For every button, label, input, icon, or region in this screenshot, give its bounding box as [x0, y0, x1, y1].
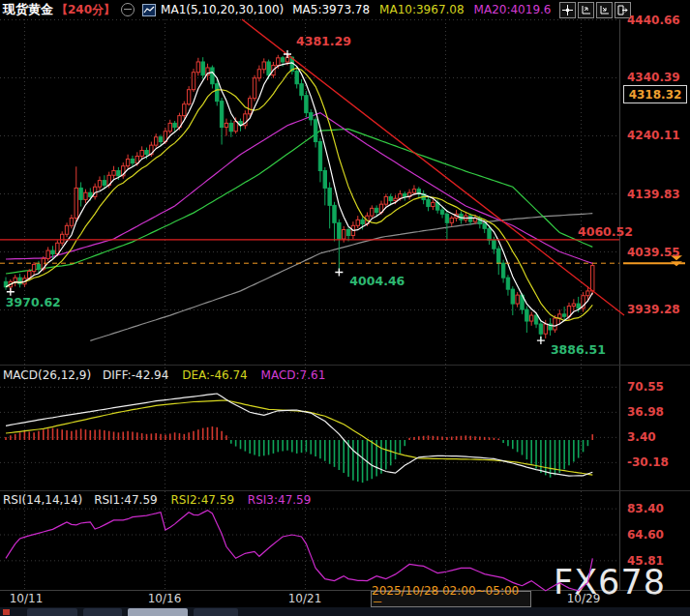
bottom-tab[interactable] — [27, 608, 77, 616]
ma20-value: MA20:4019.6 — [474, 3, 552, 16]
chart-toolbar — [559, 2, 631, 18]
bottom-tab-strip — [0, 607, 690, 616]
swing-price-label: 3886.51 — [551, 342, 606, 357]
swing-price-label: 4004.46 — [349, 274, 405, 288]
trading-chart-app: FX678 现货黄金 【240分】 MA1(5,10,20,30,100) MA… — [0, 0, 690, 616]
crosshair-tool-icon[interactable] — [559, 2, 576, 18]
macd-macd-value: MACD:7.61 — [261, 368, 326, 382]
rsi-axis-label: 83.40 — [627, 502, 664, 515]
macd-axis-label: 36.98 — [627, 405, 664, 419]
rsi3-value: RSI3:47.59 — [248, 493, 312, 507]
macd-axis-label: -30.18 — [627, 455, 669, 469]
swing-price-label: 3970.62 — [6, 295, 61, 309]
chart-canvas[interactable]: FX678 — [0, 0, 690, 616]
macd-header: MACD(26,12,9) DIFF:-42.94 DEA:-46.74 MAC… — [3, 368, 325, 382]
rsi2-value: RSI2:47.59 — [170, 493, 234, 507]
chart-type-icon[interactable] — [142, 4, 156, 16]
resistance-line-label: 4060.52 — [578, 224, 633, 239]
macd-axis-label: 3.40 — [627, 430, 656, 444]
axis-scale-left-icon[interactable] — [578, 2, 594, 18]
price-axis-label: 4340.39 — [627, 71, 680, 84]
macd-axis-label: 70.55 — [627, 380, 664, 394]
price-axis-label: 4139.83 — [627, 188, 680, 201]
bottom-tab-active[interactable] — [128, 608, 188, 616]
rsi-axis-label: 45.81 — [627, 554, 664, 568]
rsi-header: RSI(14,14,14) RSI1:47.59 RSI2:47.59 RSI3… — [3, 493, 311, 507]
ma10-value: MA10:3967.08 — [379, 3, 465, 16]
macd-name: MACD(26,12,9) — [3, 368, 91, 382]
collapse-icon[interactable] — [121, 3, 135, 16]
x-axis-label: 10/29 — [567, 592, 601, 605]
symbol-name: 现货黄金 — [3, 1, 53, 18]
rsi-name: RSI(14,14,14) — [3, 493, 82, 507]
axis-scale-right-icon[interactable] — [596, 2, 613, 18]
ma-settings-label: MA1(5,10,20,30,100) — [161, 3, 284, 16]
rsi1-value: RSI1:47.59 — [94, 493, 158, 507]
macd-dea-value: DEA:-46.74 — [182, 368, 248, 382]
swing-price-label: 4381.29 — [296, 34, 351, 48]
timeframe-label[interactable]: 【240分】 — [56, 2, 115, 18]
x-axis-label: 10/16 — [148, 592, 182, 605]
price-axis-label: 4440.66 — [627, 14, 680, 27]
status-led — [3, 609, 10, 615]
x-axis-label: 10/21 — [288, 592, 322, 605]
rsi-axis-label: 64.60 — [627, 528, 664, 542]
ma5-value: MA5:3973.78 — [292, 3, 370, 16]
price-axis-label: 4240.11 — [627, 129, 680, 142]
bottom-tab[interactable] — [194, 608, 238, 616]
selected-candle-time-label: 2025/10/28 02:00~05:00 二 — [371, 591, 531, 607]
price-axis-label: 4039.55 — [627, 246, 680, 259]
x-axis-label: 10/11 — [10, 592, 44, 605]
price-axis-label: 3939.28 — [627, 303, 680, 316]
bottom-tab[interactable] — [83, 608, 122, 616]
macd-diff-value: DIFF:-42.94 — [103, 368, 168, 382]
highlighted-price-label: 4318.32 — [623, 85, 687, 103]
